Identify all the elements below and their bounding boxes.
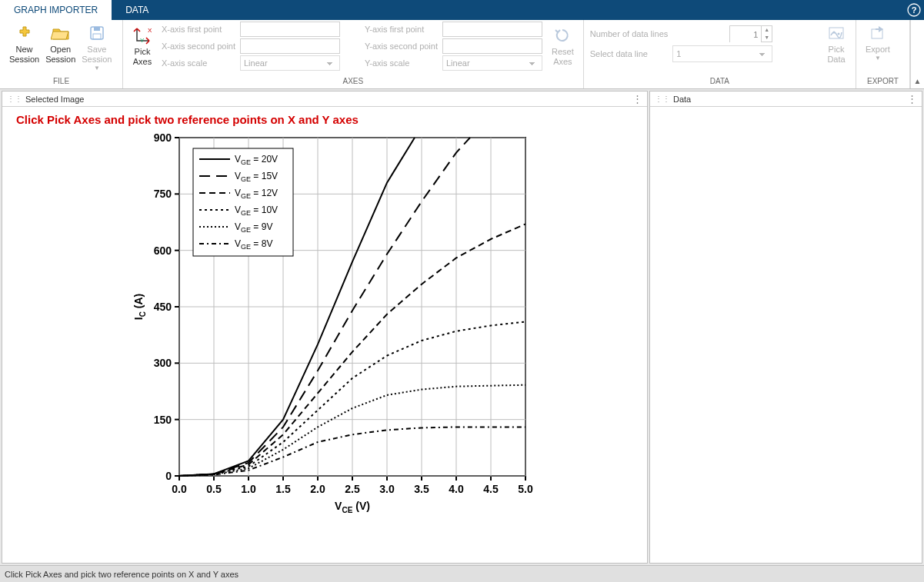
svg-text:VCE (V): VCE (V) [335,500,370,514]
status-text: Click Pick Axes and pick two reference p… [5,570,239,579]
axes-inputs: X-axis first point Y-axis first point X-… [162,22,542,71]
svg-rect-3 [94,27,100,31]
svg-text:2.5: 2.5 [345,483,360,495]
svg-text:150: 150 [154,414,172,426]
svg-text:0: 0 [165,470,172,482]
chart: 0.00.51.01.52.02.53.03.54.04.55.00150300… [125,130,541,545]
svg-text:1.0: 1.0 [241,483,256,495]
instruction-text: Click Pick Axes and pick two reference p… [2,107,647,129]
svg-text:450: 450 [154,301,172,313]
spinner-up[interactable]: ▲ [762,26,772,34]
svg-text:?: ? [912,5,917,15]
svg-text:4.0: 4.0 [449,483,464,495]
svg-text:Y: Y [140,37,145,44]
select-line-select[interactable]: 1 [672,45,772,62]
ribbon-group-axes: XY Pick Axes X-axis first point Y-axis f… [123,20,584,88]
svg-text:VGE = 9V: VGE = 9V [235,221,272,234]
panel-menu-button[interactable]: ⋮ [632,93,642,105]
svg-text:0.5: 0.5 [206,483,222,495]
ribbon-group-axes-title: AXES [129,75,577,88]
reset-axes-label: Reset Axes [552,45,574,67]
chart-svg: 0.00.51.01.52.02.53.03.54.04.55.00150300… [125,130,541,545]
y-second-label: Y-axis second point [365,42,438,51]
panel-menu-button[interactable]: ⋮ [907,93,917,105]
pick-data-button: Pick Data [823,22,849,66]
new-session-label: New Session [9,43,39,65]
reset-axes-button: Reset Axes [549,24,577,68]
svg-text:1.5: 1.5 [275,483,291,495]
tab-bar: GRAPH IMPORTER DATA ? [0,0,924,20]
open-session-label: Open Session [45,43,75,65]
save-session-label: Save Session [82,43,112,65]
x-scale-label: X-axis scale [162,58,235,68]
export-button: Export ▼ [862,22,893,63]
grip-icon: ⋮⋮ [655,95,670,103]
ribbon-group-data: Number of data lines ▲▼ Select data line… [584,20,856,88]
y-first-input[interactable] [442,22,542,37]
help-icon: ? [907,3,921,17]
ribbon: New Session Open Session Save Session ▼ … [0,20,924,89]
svg-text:5.0: 5.0 [518,483,533,495]
save-session-button: Save Session ▼ [78,22,115,73]
svg-rect-4 [93,34,101,39]
pick-data-label: Pick Data [827,43,845,65]
axes-icon: XY [132,25,152,45]
status-bar: Click Pick Axes and pick two reference p… [0,565,924,582]
data-panel-title: Data [673,95,691,104]
pick-axes-button[interactable]: XY Pick Axes [129,24,155,68]
x-first-label: X-axis first point [162,25,235,34]
selected-image-title: Selected Image [25,95,84,104]
svg-text:750: 750 [154,188,172,200]
num-lines-input[interactable] [730,26,761,43]
data-panel-head: ⋮⋮ Data ⋮ [650,91,922,107]
tab-data[interactable]: DATA [112,0,162,20]
tab-graph-importer[interactable]: GRAPH IMPORTER [0,0,112,20]
select-line-label: Select data line [590,49,669,58]
ribbon-group-export: Export ▼ EXPORT [856,20,910,88]
y-first-label: Y-axis first point [365,25,438,34]
y-scale-select[interactable]: Linear [442,55,542,71]
ribbon-group-export-title: EXPORT [862,75,903,88]
num-lines-spinner[interactable]: ▲▼ [729,25,772,42]
y-second-input[interactable] [442,38,542,54]
plus-icon [15,23,35,43]
data-inputs: Number of data lines ▲▼ Select data line… [590,25,773,62]
ribbon-group-file: New Session Open Session Save Session ▼ … [0,20,123,88]
x-scale-select[interactable]: Linear [240,55,340,71]
svg-point-9 [838,33,840,35]
pick-axes-label: Pick Axes [133,45,152,67]
y-scale-label: Y-axis scale [365,58,438,68]
svg-text:2.0: 2.0 [310,483,325,495]
new-session-button[interactable]: New Session [6,22,42,66]
svg-text:0.0: 0.0 [172,483,187,495]
pick-data-icon [826,23,846,43]
reset-icon [552,25,572,45]
export-label: Export [866,43,890,55]
x-second-input[interactable] [240,38,340,54]
num-lines-label: Number of data lines [590,29,669,38]
workspace: ⋮⋮ Selected Image ⋮ Click Pick Axes and … [0,89,924,565]
data-panel-body [650,107,922,563]
help-button[interactable]: ? [904,0,924,20]
spinner-down[interactable]: ▼ [762,34,772,42]
svg-text:600: 600 [154,244,172,257]
svg-text:3.5: 3.5 [414,483,429,495]
ribbon-group-data-title: DATA [590,75,849,88]
selected-image-panel: ⋮⋮ Selected Image ⋮ Click Pick Axes and … [2,91,648,564]
selected-image-body: Click Pick Axes and pick two reference p… [2,107,647,563]
x-second-label: X-axis second point [162,42,235,51]
svg-text:900: 900 [154,131,172,144]
ribbon-group-file-title: FILE [6,75,116,88]
grip-icon: ⋮⋮ [7,95,22,103]
export-icon [868,23,888,43]
svg-text:VGE = 8V: VGE = 8V [235,238,272,251]
data-panel: ⋮⋮ Data ⋮ [649,91,922,564]
ribbon-collapse-button[interactable]: ▲ [910,20,924,88]
x-first-input[interactable] [240,22,340,37]
svg-text:3.0: 3.0 [379,483,395,495]
svg-point-8 [833,32,836,34]
svg-text:300: 300 [154,357,172,369]
folder-open-icon [51,23,71,43]
open-session-button[interactable]: Open Session [42,22,78,66]
save-icon [87,23,107,43]
